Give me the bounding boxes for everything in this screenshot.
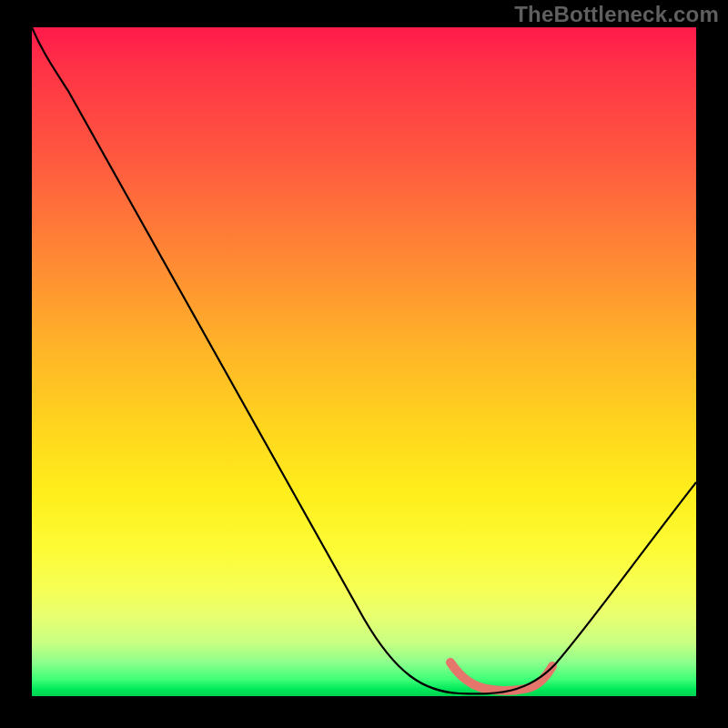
emphasis-segment: [450, 662, 552, 691]
watermark-text: TheBottleneck.com: [514, 2, 719, 27]
bottleneck-curve: [32, 27, 696, 694]
curve-svg: [32, 27, 696, 696]
plot-area: [32, 27, 696, 696]
chart-frame: TheBottleneck.com: [0, 0, 728, 728]
